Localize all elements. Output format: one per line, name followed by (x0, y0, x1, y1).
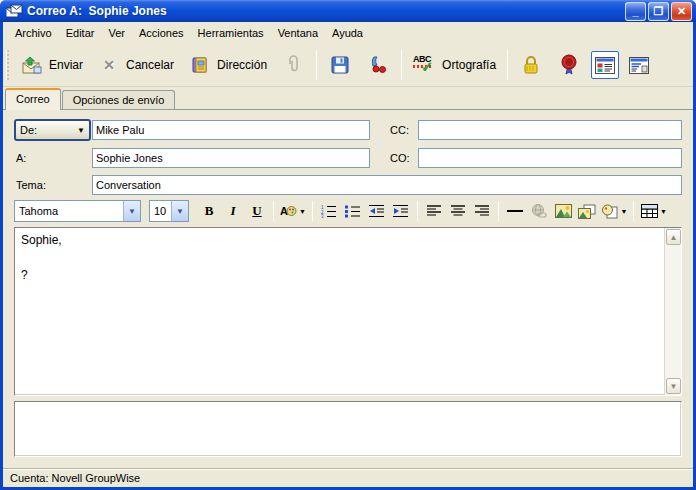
spellcheck-button[interactable]: ABC ✓ Ortografía (406, 48, 503, 82)
format-separator (273, 201, 274, 221)
send-label: Enviar (49, 58, 83, 72)
font-size-value: 10 (154, 205, 166, 217)
message-body-editor[interactable]: Sophie, ? ▲ ▼ (14, 227, 682, 396)
toolbar-separator (316, 50, 317, 80)
to-field[interactable] (92, 148, 370, 168)
cancel-button[interactable]: ✕ Cancelar (90, 48, 181, 82)
svg-text:3: 3 (321, 214, 324, 218)
attachment-area[interactable] (14, 401, 682, 457)
font-family-value: Tahoma (19, 205, 58, 217)
menu-herramientas[interactable]: Herramientas (191, 24, 271, 42)
font-color-button[interactable]: A ▼ (278, 200, 308, 222)
subject-label: Tema: (16, 179, 46, 191)
message-body-text: Sophie, ? (21, 232, 62, 284)
send-envelope-icon (20, 53, 44, 77)
address-button[interactable]: Dirección (181, 48, 274, 82)
client-area: Archivo Editar Ver Acciones Herramientas… (3, 22, 693, 487)
increase-indent-icon (393, 204, 409, 218)
minimize-button[interactable]: _ (625, 2, 646, 21)
tab-opciones-envio[interactable]: Opciones de envío (62, 90, 176, 110)
plaintext-view-icon (629, 57, 649, 74)
align-center-button[interactable] (446, 200, 470, 222)
insert-table-button[interactable]: ▼ (638, 200, 670, 222)
window-title: Correo A: Sophie Jones (27, 4, 167, 18)
scroll-up-icon[interactable]: ▲ (666, 229, 681, 245)
attach-button[interactable] (274, 48, 312, 82)
quickcorrect-button[interactable] (359, 48, 397, 82)
chevron-down-icon: ▼ (77, 126, 85, 135)
chevron-down-icon: ▼ (621, 208, 628, 215)
italic-button[interactable]: I (221, 200, 245, 222)
decrease-indent-button[interactable] (365, 200, 389, 222)
maximize-button[interactable]: ❐ (648, 2, 669, 21)
mail-app-icon (6, 4, 23, 19)
format-toolbar: Tahoma ▼ 10 ▼ B I U (3, 196, 693, 226)
menu-ventana[interactable]: Ventana (271, 24, 325, 42)
insert-object-button[interactable]: ▼ (599, 200, 629, 222)
align-right-icon (475, 205, 489, 217)
format-separator (498, 201, 499, 221)
mail-panel: De: ▼ CC: A: CO: Tema: Tahoma ▼ 10 ▼ (3, 109, 693, 467)
align-left-button[interactable] (422, 200, 446, 222)
bulleted-list-button[interactable] (341, 200, 365, 222)
format-separator (417, 201, 418, 221)
underline-button[interactable]: U (245, 200, 269, 222)
html-view-icon (595, 57, 615, 74)
from-dropdown[interactable]: De: ▼ (14, 119, 91, 141)
menu-ver[interactable]: Ver (101, 24, 132, 42)
bold-button[interactable]: B (197, 200, 221, 222)
menu-bar: Archivo Editar Ver Acciones Herramientas… (3, 22, 693, 44)
bcc-field[interactable] (418, 148, 682, 168)
save-draft-button[interactable] (321, 48, 359, 82)
body-scrollbar[interactable]: ▲ ▼ (664, 228, 681, 395)
menu-ayuda[interactable]: Ayuda (325, 24, 370, 42)
font-size-select[interactable]: 10 ▼ (149, 200, 189, 222)
toolbar-separator (507, 50, 508, 80)
align-left-icon (427, 205, 441, 217)
title-bar: Correo A: Sophie Jones _ ❐ ✕ (0, 0, 696, 22)
align-right-button[interactable] (470, 200, 494, 222)
bulleted-list-icon (345, 204, 361, 218)
menu-archivo[interactable]: Archivo (8, 24, 59, 42)
address-book-icon (188, 53, 212, 77)
align-center-icon (451, 205, 465, 217)
groupwise-mail-window: Correo A: Sophie Jones _ ❐ ✕ Archivo Edi… (0, 0, 696, 490)
plaintext-view-toggle[interactable] (625, 51, 653, 79)
main-toolbar: Enviar ✕ Cancelar Dirección (3, 44, 693, 87)
account-status-text: Cuenta: Novell GroupWise (10, 472, 140, 484)
insert-image-copy-button[interactable] (575, 200, 599, 222)
horizontal-rule-button[interactable] (503, 200, 527, 222)
close-button[interactable]: ✕ (671, 2, 692, 21)
menu-acciones[interactable]: Acciones (132, 24, 191, 42)
bcc-label: CO: (390, 152, 410, 164)
insert-image-copy-icon (578, 204, 596, 219)
chevron-down-icon: ▼ (299, 208, 306, 215)
html-view-toggle[interactable] (591, 51, 619, 79)
lock-button[interactable] (512, 48, 550, 82)
subject-field[interactable] (92, 175, 682, 195)
seal-button[interactable] (550, 48, 588, 82)
padlock-icon (519, 53, 543, 77)
decrease-indent-icon (369, 204, 385, 218)
format-separator (633, 201, 634, 221)
chevron-down-icon: ▼ (123, 201, 140, 221)
spellcheck-abc-icon: ABC ✓ (413, 53, 437, 77)
hyperlink-button[interactable] (527, 200, 551, 222)
menu-editar[interactable]: Editar (59, 24, 102, 42)
tab-correo[interactable]: Correo (5, 88, 61, 110)
floppy-disk-icon (328, 53, 352, 77)
cc-field[interactable] (418, 120, 682, 140)
from-field[interactable] (92, 120, 370, 140)
quickcorrect-icon (366, 53, 390, 77)
address-label: Dirección (217, 58, 267, 72)
numbered-list-button[interactable]: 1 2 3 (317, 200, 341, 222)
toolbar-grip[interactable] (6, 50, 9, 80)
cancel-x-icon: ✕ (97, 53, 121, 77)
insert-image-button[interactable] (551, 200, 575, 222)
scroll-down-icon[interactable]: ▼ (666, 378, 681, 394)
toolbar-separator (401, 50, 402, 80)
send-button[interactable]: Enviar (13, 48, 90, 82)
wax-seal-icon (557, 53, 581, 77)
increase-indent-button[interactable] (389, 200, 413, 222)
font-family-select[interactable]: Tahoma ▼ (14, 200, 141, 222)
